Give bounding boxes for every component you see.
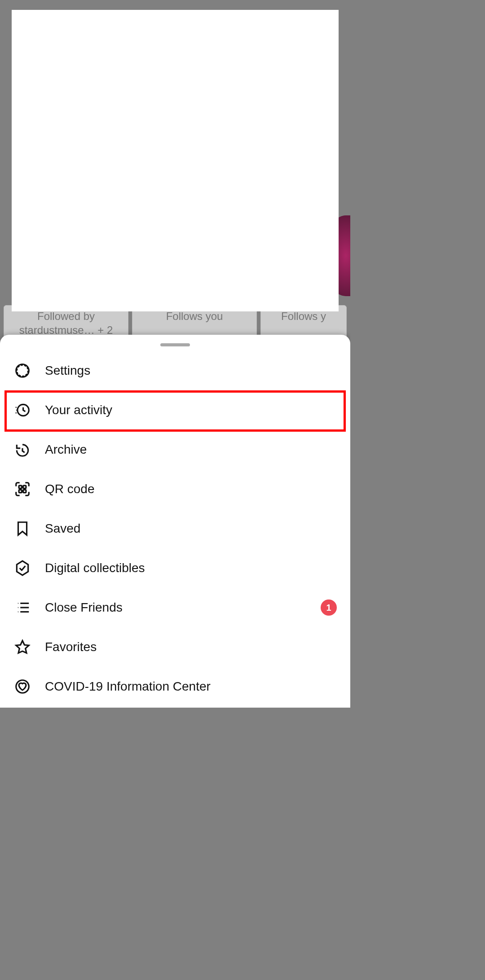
hex-check-icon	[13, 559, 31, 577]
menu-item-qr-code[interactable]: QR code	[0, 469, 350, 509]
menu-item-close-friends[interactable]: Close Friends 1	[0, 588, 350, 627]
saved-icon	[13, 520, 31, 538]
menu-item-label: COVID-19 Information Center	[45, 679, 211, 694]
svg-rect-9	[23, 490, 26, 493]
menu-item-favorites[interactable]: Favorites	[0, 627, 350, 667]
menu-item-saved[interactable]: Saved	[0, 509, 350, 548]
svg-rect-8	[19, 490, 22, 493]
notification-badge: 1	[321, 599, 337, 616]
menu-item-label: Settings	[45, 363, 90, 378]
svg-point-13	[16, 680, 29, 693]
qr-icon	[13, 480, 31, 498]
gear-icon	[13, 362, 31, 380]
menu-item-settings[interactable]: Settings	[0, 351, 350, 390]
star-list-icon	[13, 599, 31, 617]
menu-item-covid-info[interactable]: COVID-19 Information Center	[0, 667, 350, 706]
drag-handle[interactable]	[160, 343, 190, 346]
svg-point-1	[17, 365, 28, 376]
svg-rect-6	[19, 486, 22, 488]
menu-item-archive[interactable]: Archive	[0, 430, 350, 469]
menu-item-digital-collectibles[interactable]: Digital collectibles	[0, 548, 350, 588]
menu-item-label: Close Friends	[45, 600, 123, 615]
archive-icon	[13, 441, 31, 459]
heart-shield-icon	[13, 678, 31, 696]
star-icon	[13, 638, 31, 656]
options-bottom-sheet[interactable]: Settings Your activity Archive	[0, 335, 350, 708]
top-white-overlay	[12, 10, 339, 311]
menu-item-label: Archive	[45, 442, 87, 457]
menu-item-label: Favorites	[45, 640, 97, 654]
menu-item-label: Digital collectibles	[45, 561, 145, 575]
menu-item-label: QR code	[45, 482, 95, 496]
menu-item-label: Saved	[45, 521, 80, 536]
highlight-your-activity	[4, 390, 346, 432]
svg-rect-7	[23, 486, 26, 488]
